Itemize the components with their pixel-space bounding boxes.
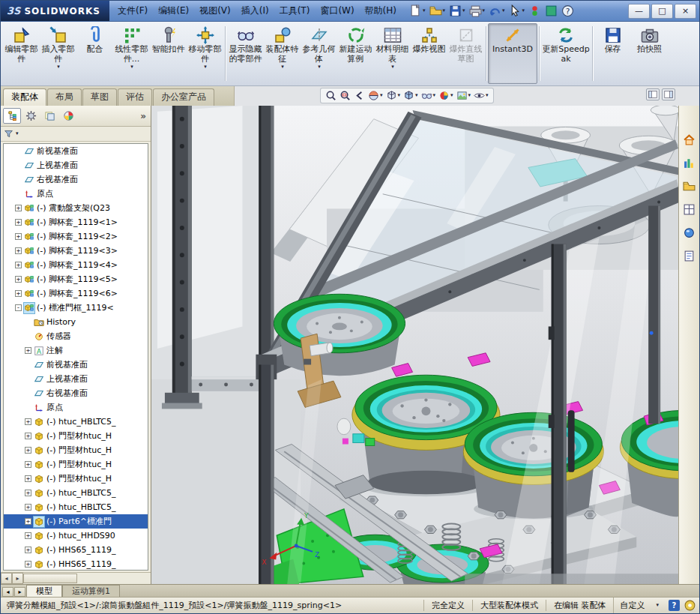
- tree-item[interactable]: +(-) 門型材htuc_H: [4, 429, 148, 443]
- menu-help[interactable]: 帮助(H): [360, 1, 402, 20]
- tree-item[interactable]: +A注解: [4, 343, 148, 358]
- tree-item[interactable]: +(-) 門型材htuc_H: [4, 457, 148, 472]
- model-tab[interactable]: 运动算例1: [62, 585, 120, 597]
- expand-toggle[interactable]: +: [25, 518, 31, 525]
- menu-view[interactable]: 视图(V): [194, 1, 236, 20]
- tree-horizontal-scrollbar[interactable]: ◂ ▸: [1, 572, 151, 584]
- tree-filter-row[interactable]: ▾: [1, 127, 151, 142]
- hide-show-items-button[interactable]: ▾: [420, 89, 437, 102]
- tree-item[interactable]: +(-) HHS65_1119_: [4, 543, 148, 557]
- expand-toggle[interactable]: +: [25, 504, 31, 511]
- toolbar-smart-fasteners-button[interactable]: 智能扣件: [150, 23, 187, 84]
- tree-item[interactable]: +(-) 脚杯套_1119<6>: [4, 286, 148, 301]
- toolbar-linear-pattern-button[interactable]: 线性零部件...▾: [113, 23, 150, 84]
- minimize-button[interactable]: —: [628, 4, 650, 19]
- expand-toggle[interactable]: +: [15, 219, 22, 226]
- featuremanager-pane-button[interactable]: [646, 88, 660, 100]
- display-pane-button[interactable]: [662, 88, 675, 100]
- expand-toggle[interactable]: +: [15, 262, 22, 268]
- expand-toggle[interactable]: +: [25, 433, 31, 439]
- tree-item[interactable]: +(-) HHS65_1119_: [4, 557, 148, 571]
- toolbar-update-speedpak-button[interactable]: 更新Speedpak: [541, 23, 591, 84]
- tree-item[interactable]: +(-) 門型材htuc_H: [4, 443, 148, 457]
- toolbar-instant3d-button[interactable]: Instant3D: [488, 23, 537, 84]
- toolbar-snapshot-button[interactable]: 拍快照: [631, 23, 668, 84]
- expand-toggle[interactable]: +: [25, 561, 31, 568]
- view-settings-button[interactable]: ▾: [473, 89, 489, 102]
- view-palette-tab[interactable]: [681, 201, 698, 218]
- help-badge[interactable]: ?: [669, 600, 680, 611]
- menu-edit[interactable]: 编辑(E): [153, 1, 194, 20]
- tree-item[interactable]: 上视基准面: [4, 372, 148, 386]
- scroll-left-button[interactable]: ◂: [1, 573, 12, 584]
- help-button[interactable]: ?: [560, 4, 576, 18]
- toolbar-explode-lines-button[interactable]: 爆炸直线草图: [447, 23, 484, 84]
- toolbar-edit-component-button[interactable]: 编辑零部件: [3, 23, 40, 84]
- tree-item[interactable]: +(-) 脚杯套_1119<3>: [4, 244, 148, 258]
- tab-scroll-left-button[interactable]: ◂: [2, 587, 13, 597]
- select-arrow-button[interactable]: ▾: [507, 4, 527, 18]
- command-tab[interactable]: 办公室产品: [153, 88, 214, 106]
- toolbar-bom-button[interactable]: 材料明细表▾: [374, 23, 411, 84]
- color-swatch-button[interactable]: [543, 4, 559, 18]
- panel-tabs-overflow[interactable]: »: [138, 111, 148, 121]
- expand-toggle[interactable]: +: [15, 205, 22, 211]
- tree-item[interactable]: 右视基准面: [4, 172, 148, 187]
- expand-toggle[interactable]: +: [15, 247, 22, 254]
- toolbar-insert-component-button[interactable]: 插入零部件▾: [40, 23, 76, 84]
- appearances-tab[interactable]: [681, 224, 698, 241]
- toolbar-assembly-features-button[interactable]: 装配体特征▾: [264, 23, 301, 84]
- section-view-button[interactable]: ▾: [367, 89, 384, 102]
- scrollbar-thumb[interactable]: [23, 574, 77, 583]
- toolbar-move-component-button[interactable]: 移动零部件▾: [187, 23, 223, 84]
- tree-item[interactable]: +(-) 脚杯套_1119<2>: [4, 229, 148, 244]
- tree-item[interactable]: +(-) 震動盤支架(Q23: [4, 201, 148, 215]
- scroll-right-button[interactable]: ▸: [12, 573, 23, 584]
- configurationmanager-tab[interactable]: [40, 108, 58, 124]
- tree-item[interactable]: 原点: [4, 400, 148, 415]
- zoom-fit-button[interactable]: [325, 89, 337, 102]
- tree-item[interactable]: History: [4, 315, 148, 329]
- scrollbar-track[interactable]: [77, 573, 151, 584]
- expand-toggle[interactable]: +: [15, 290, 22, 297]
- command-tab[interactable]: 装配体: [3, 88, 46, 106]
- model-tab[interactable]: 模型: [26, 585, 62, 597]
- tree-item[interactable]: +(-) Part6^標准門: [4, 514, 148, 529]
- view-orientation-button[interactable]: ▾: [385, 89, 402, 102]
- tree-item[interactable]: +(-) htuc_HHDS90: [4, 529, 148, 543]
- expand-toggle[interactable]: +: [25, 475, 31, 482]
- expand-toggle[interactable]: +: [25, 418, 31, 425]
- tree-item[interactable]: 上视基准面: [4, 158, 148, 172]
- design-library-tab[interactable]: [681, 154, 698, 172]
- expand-toggle[interactable]: +: [25, 347, 31, 354]
- toolbar-save-doc-button[interactable]: 保存: [594, 23, 631, 84]
- tree-item[interactable]: 传感器: [4, 329, 148, 343]
- expand-toggle[interactable]: +: [25, 461, 31, 468]
- tree-item[interactable]: +(-) htuc_HBLTC5_: [4, 500, 148, 514]
- toolbar-motion-study-button[interactable]: 新建运动算例: [337, 23, 374, 84]
- undo-button[interactable]: ▾: [487, 4, 507, 18]
- expand-toggle[interactable]: +: [25, 532, 31, 539]
- tree-item[interactable]: +(-) 脚杯套_1119<4>: [4, 258, 148, 272]
- toolbar-exploded-view-button[interactable]: 爆炸视图: [411, 23, 447, 84]
- maximize-button[interactable]: □: [651, 4, 673, 19]
- menu-insert[interactable]: 插入(I): [236, 1, 274, 20]
- tree-item[interactable]: 右视基准面: [4, 386, 148, 400]
- tree-item[interactable]: +(-) 脚杯套_1119<1>: [4, 215, 148, 229]
- graphics-area[interactable]: X Y Z: [151, 106, 678, 584]
- toolbar-show-hidden-button[interactable]: 显示隐藏的零部件: [227, 23, 264, 84]
- tree-item[interactable]: 前视基准面: [4, 144, 148, 158]
- tree-item[interactable]: -(-) 標准門框_1119<: [4, 301, 148, 315]
- apply-scene-button[interactable]: ▾: [456, 89, 472, 102]
- tab-scroll-right-button[interactable]: ▸: [14, 587, 25, 597]
- status-custom-dropdown[interactable]: 自定义 ▾: [613, 598, 665, 613]
- expand-toggle[interactable]: +: [25, 547, 31, 553]
- file-explorer-tab[interactable]: [681, 178, 698, 195]
- tree-item[interactable]: +(-) 門型材htuc_H: [4, 472, 148, 486]
- expand-toggle[interactable]: +: [25, 490, 31, 496]
- tree-item[interactable]: 前视基准面: [4, 358, 148, 372]
- tree-item[interactable]: +(-) htuc_HBLTC5_: [4, 415, 148, 429]
- zoom-area-button[interactable]: [339, 89, 351, 102]
- toolbar-reference-geometry-button[interactable]: 参考几何体▾: [301, 23, 337, 84]
- expand-toggle[interactable]: +: [15, 233, 22, 240]
